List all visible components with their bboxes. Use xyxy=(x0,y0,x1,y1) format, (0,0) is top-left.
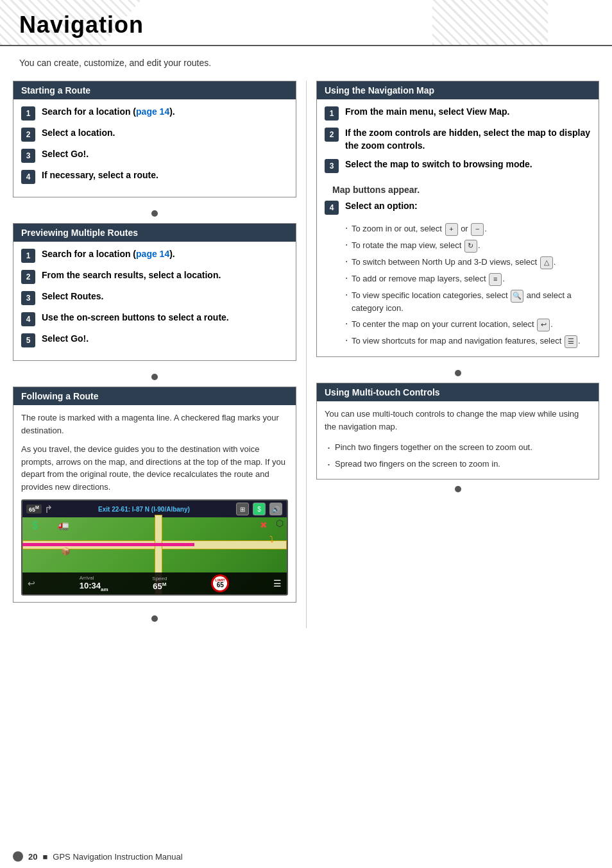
previewing-routes-body: 1 Search for a location (page 14). 2 Fro… xyxy=(13,242,296,360)
center-icon: ↩ xyxy=(537,319,550,331)
sub-bullet-zoom: To zoom in or out, select + or −. xyxy=(345,221,591,238)
map-arrow-icon2: ⤵ xyxy=(269,534,274,544)
route-line xyxy=(22,543,194,546)
page-subtitle: You can create, customize, and edit your… xyxy=(0,53,612,81)
sub-bullet-layers: To add or remove map layers, select ≡. xyxy=(345,271,591,288)
sub-bullet-shortcuts: To view shortcuts for map and navigation… xyxy=(345,333,591,350)
search-icon: 🔍 xyxy=(511,290,523,303)
multitouch-section: Using Multi-touch Controls You can use m… xyxy=(316,383,599,480)
starting-step-2: 2 Select a location. xyxy=(21,127,288,142)
following-para-1: The route is marked with a magenta line.… xyxy=(21,412,288,437)
page14-link-1[interactable]: page 14 xyxy=(136,106,169,117)
map-image: 65M ↱ Exit 22-61: I-87 N (I-90/Albany) ⊞… xyxy=(21,499,288,596)
separator-5 xyxy=(455,486,461,492)
zoom-out-icon: − xyxy=(471,223,484,236)
preview-num-2: 2 xyxy=(21,270,35,284)
speed-value: 65M xyxy=(153,581,166,591)
sub-bullet-categories: To view specific location categories, se… xyxy=(345,288,591,317)
map-bottom-bar: ↩ Arrival 10:34am Speed 65M LIMIT 65 xyxy=(22,572,287,594)
preview-step-1: 1 Search for a location (page 14). xyxy=(21,248,288,263)
map-nav-icon: ⬡ xyxy=(276,518,284,528)
starting-step-3: 3 Select Go!. xyxy=(21,148,288,163)
map-sound-icon: 🔊 xyxy=(269,503,282,515)
layers-icon: ≡ xyxy=(489,273,502,286)
preview-text-3: Select Routes. xyxy=(42,290,103,303)
nav-text-2: If the zoom controls are hidden, select … xyxy=(345,127,591,152)
step-num-1: 1 xyxy=(21,106,35,121)
sub-bullet-view: To switch between North Up and 3-D views… xyxy=(345,255,591,271)
nav-num-4: 4 xyxy=(325,201,339,215)
following-route-header: Following a Route xyxy=(13,387,296,405)
map-buttons-note: Map buttons appear. xyxy=(325,179,591,200)
menu-icon: ☰ xyxy=(565,335,577,348)
arrival-label: Arrival xyxy=(80,575,94,581)
map-dollar-marker: $ xyxy=(32,520,38,531)
footer-separator: ■ xyxy=(42,852,47,862)
separator-2 xyxy=(151,374,158,380)
page-footer: 20 ■ GPS Navigation Instruction Manual xyxy=(13,851,183,862)
nav-text-4: Select an option: xyxy=(345,200,418,213)
nav-step-4: 4 Select an option: xyxy=(325,200,591,215)
footer-circle xyxy=(13,851,23,862)
following-route-section: Following a Route The route is marked wi… xyxy=(13,387,296,603)
step-text-1: Search for a location (page 14). xyxy=(42,106,175,119)
speed-limit-sign: LIMIT 65 xyxy=(211,574,229,592)
right-column: Using the Navigation Map 1 From the main… xyxy=(306,81,599,628)
starting-step-1: 1 Search for a location (page 14). xyxy=(21,106,288,121)
limit-num: 65 xyxy=(217,582,224,588)
multitouch-bullet-list: Pinch two fingers together on the screen… xyxy=(325,439,591,472)
left-column: Starting a Route 1 Search for a location… xyxy=(13,81,306,628)
nav-num-1: 1 xyxy=(325,106,339,121)
rotate-icon: ↻ xyxy=(464,240,477,253)
nav-map-section: Using the Navigation Map 1 From the main… xyxy=(316,81,599,357)
multitouch-bullet-2: Spread two fingers on the screen to zoom… xyxy=(325,456,591,472)
preview-text-1: Search for a location (page 14). xyxy=(42,248,175,261)
preview-step-4: 4 Use the on-screen buttons to select a … xyxy=(21,312,288,326)
step-text-3: Select Go!. xyxy=(42,148,89,161)
map-menu-icon: ☰ xyxy=(273,578,282,588)
multitouch-body: You can use multi-touch controls to chan… xyxy=(317,401,599,479)
preview-text-2: From the search results, select a locati… xyxy=(42,269,221,282)
step-num-2: 2 xyxy=(21,128,35,142)
nav-step-3: 3 Select the map to switch to browsing m… xyxy=(325,158,591,173)
starting-route-section: Starting a Route 1 Search for a location… xyxy=(13,81,296,197)
step-num-4: 4 xyxy=(21,170,35,184)
sub-bullet-rotate: To rotate the map view, select ↻. xyxy=(345,238,591,255)
preview-step-2: 2 From the search results, select a loca… xyxy=(21,269,288,284)
nav-num-3: 3 xyxy=(325,159,339,173)
page-header: Navigation xyxy=(0,0,612,46)
nav-text-1: From the main menu, select View Map. xyxy=(345,106,509,119)
step-text-4: If necessary, select a route. xyxy=(42,169,158,182)
map-speed-box: 65M xyxy=(26,505,42,513)
sub-bullets: To zoom in or out, select + or −. To rot… xyxy=(345,221,591,350)
nav-text-3: Select the map to switch to browsing mod… xyxy=(345,158,532,171)
preview-step-5: 5 Select Go!. xyxy=(21,333,288,347)
northup-icon: △ xyxy=(540,256,553,269)
starting-route-body: 1 Search for a location (page 14). 2 Sel… xyxy=(13,99,296,197)
map-dollar-icon: $ xyxy=(253,503,266,515)
map-arrival-info: Arrival 10:34am xyxy=(80,575,108,592)
page-title: Navigation xyxy=(19,12,593,38)
content-area: Starting a Route 1 Search for a location… xyxy=(0,81,612,628)
preview-step-3: 3 Select Routes. xyxy=(21,290,288,305)
map-exit-text: Exit 22-61: I-87 N (I-90/Albany) xyxy=(55,506,233,513)
multitouch-desc: You can use multi-touch controls to chan… xyxy=(325,408,591,433)
footer-manual-title: GPS Navigation Instruction Manual xyxy=(53,852,182,862)
following-para-2: As you travel, the device guides you to … xyxy=(21,443,288,493)
map-truck-icon: 🚛 xyxy=(58,520,69,530)
starting-step-4: 4 If necessary, select a route. xyxy=(21,169,288,184)
zoom-in-icon: + xyxy=(445,223,458,236)
page14-link-2[interactable]: page 14 xyxy=(136,249,169,259)
speed-label: Speed xyxy=(152,576,167,581)
preview-num-1: 1 xyxy=(21,249,35,263)
map-box-icon: 📦 xyxy=(61,547,71,556)
separator-3 xyxy=(151,615,158,622)
following-route-body: The route is marked with a magenta line.… xyxy=(13,405,296,602)
multitouch-header: Using Multi-touch Controls xyxy=(317,383,599,401)
map-arrow-icon: ↱ xyxy=(44,503,53,515)
map-speed-display: Speed 65M xyxy=(152,576,167,591)
multitouch-bullet-1: Pinch two fingers together on the screen… xyxy=(325,439,591,456)
preview-text-5: Select Go!. xyxy=(42,333,89,346)
sub-bullet-center: To center the map on your current locati… xyxy=(345,317,591,333)
map-screen-icon: ⊞ xyxy=(236,503,249,515)
